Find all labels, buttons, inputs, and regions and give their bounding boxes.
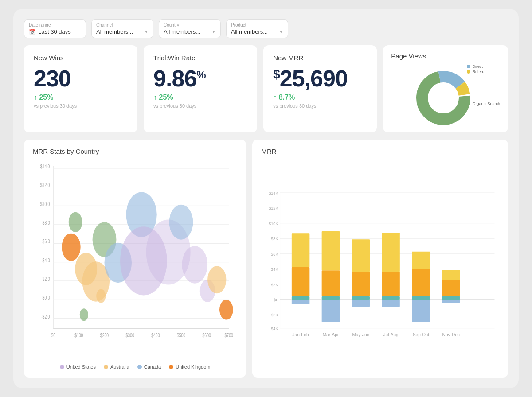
svg-text:May-Jun: May-Jun: [352, 332, 370, 337]
svg-rect-83: [382, 272, 400, 296]
trial-percent: %: [196, 69, 205, 81]
svg-rect-76: [322, 231, 340, 270]
svg-text:$700: $700: [225, 332, 233, 338]
legend-us: United States: [60, 364, 96, 370]
bubble-chart-svg: $14.0 $12.0 $10.0 $8.0 $6.0 $4.0 $2.0 $0…: [33, 160, 237, 360]
svg-text:$6.0: $6.0: [43, 238, 50, 245]
uk-label: United Kingdom: [176, 364, 210, 370]
svg-text:$14.0: $14.0: [40, 163, 50, 169]
svg-rect-91: [442, 280, 460, 296]
direct-dot: [467, 65, 470, 68]
svg-rect-79: [352, 272, 370, 296]
ca-label: Canada: [144, 364, 161, 370]
svg-text:$12.0: $12.0: [40, 182, 50, 188]
product-label: Product: [231, 23, 283, 27]
legend-referral: Referral: [467, 70, 500, 74]
svg-text:$14K: $14K: [269, 191, 278, 195]
new-mrr-change: ↑ 8.7%: [273, 93, 367, 101]
date-range-filter[interactable]: Date range 📅 Last 30 days: [24, 19, 86, 38]
svg-rect-75: [322, 270, 340, 296]
svg-text:$2.0: $2.0: [43, 276, 50, 282]
svg-text:$100: $100: [74, 332, 83, 338]
svg-text:$8.0: $8.0: [43, 219, 50, 226]
donut-wrap: Direct Referral Organic Search: [391, 63, 500, 125]
new-mrr-title: New MRR: [273, 54, 367, 62]
svg-point-42: [169, 205, 193, 240]
calendar-icon: 📅: [29, 29, 35, 35]
svg-text:$10.0: $10.0: [40, 201, 50, 207]
svg-rect-72: [292, 233, 309, 267]
legend-uk: United Kingdom: [169, 364, 210, 370]
svg-text:$4K: $4K: [271, 267, 278, 272]
svg-rect-87: [412, 269, 430, 296]
new-wins-change: ↑ 25%: [34, 93, 128, 101]
svg-text:$300: $300: [126, 332, 134, 338]
ca-dot: [137, 365, 142, 369]
chevron-down-icon: ▼: [144, 29, 149, 34]
page-views-card: Page Views Direct: [383, 45, 508, 132]
new-wins-value: 230: [34, 67, 128, 90]
svg-text:$600: $600: [203, 332, 211, 338]
svg-text:$4.0: $4.0: [43, 257, 50, 263]
legend-ca: Canada: [137, 364, 161, 370]
mrr-country-title: MRR Stats by Country: [33, 148, 237, 155]
channel-filter[interactable]: Channel All members... ▼: [91, 19, 153, 38]
kpi-row: New Wins 230 ↑ 25% vs previous 30 days T…: [24, 45, 508, 132]
svg-text:$500: $500: [177, 332, 185, 338]
au-label: Australia: [110, 364, 129, 370]
svg-point-34: [69, 212, 82, 232]
donut-legend: Direct Referral Organic Search: [467, 64, 500, 106]
trial-win-rate-value: 9.86%: [153, 67, 247, 90]
dashboard: Date range 📅 Last 30 days Channel All me…: [13, 9, 519, 388]
organic-label: Organic Search: [472, 101, 500, 106]
svg-text:$0: $0: [274, 298, 278, 302]
svg-text:$200: $200: [100, 332, 109, 338]
filters-row: Date range 📅 Last 30 days Channel All me…: [24, 19, 508, 38]
uk-dot: [169, 365, 173, 369]
legend-direct: Direct: [467, 64, 500, 69]
product-filter[interactable]: Product All members... ▼: [226, 19, 288, 38]
referral-label: Referral: [472, 70, 486, 74]
mrr-chart-title: MRR: [261, 148, 499, 155]
svg-rect-73: [322, 300, 340, 322]
svg-rect-82: [382, 296, 400, 300]
country-label: Country: [164, 23, 216, 27]
us-dot: [60, 365, 64, 369]
svg-rect-84: [382, 233, 400, 272]
svg-rect-77: [352, 300, 370, 307]
svg-text:$8K: $8K: [271, 237, 278, 241]
svg-rect-90: [442, 296, 460, 300]
referral-dot: [467, 70, 470, 74]
organic-dot: [467, 102, 470, 105]
svg-point-45: [207, 266, 226, 293]
new-mrr-sub: vs previous 30 days: [273, 103, 367, 109]
mrr-currency: $: [273, 67, 280, 81]
svg-text:Jul-Aug: Jul-Aug: [383, 332, 399, 337]
bar-sep-oct: [412, 252, 430, 322]
date-range-label: Date range: [29, 23, 81, 27]
svg-rect-71: [292, 267, 309, 296]
new-wins-card: New Wins 230 ↑ 25% vs previous 30 days: [24, 45, 137, 132]
svg-text:$400: $400: [151, 332, 160, 338]
svg-rect-85: [412, 300, 430, 322]
svg-text:Mar-Apr: Mar-Apr: [323, 332, 339, 337]
bar-mar-apr: [322, 231, 340, 322]
svg-point-47: [80, 308, 88, 321]
new-wins-sub: vs previous 30 days: [34, 103, 128, 109]
chevron-down-icon3: ▼: [279, 29, 283, 34]
mrr-number: 25,690: [280, 66, 348, 91]
trial-value-number: 9.86: [153, 66, 196, 91]
country-filter[interactable]: Country All members... ▼: [159, 19, 221, 38]
legend-organic: Organic Search: [467, 101, 500, 106]
svg-text:$0: $0: [51, 332, 55, 338]
svg-rect-78: [352, 296, 370, 300]
new-mrr-value: $25,690: [273, 67, 367, 90]
svg-text:Jan-Feb: Jan-Feb: [293, 332, 309, 337]
svg-rect-70: [292, 296, 309, 300]
bar-chart-svg: $14K $12K $10K $8K $6K $4K $2K $0: [261, 160, 499, 370]
trial-win-rate-title: Trial:Win Rate: [153, 54, 247, 62]
svg-text:-$2.0: -$2.0: [41, 313, 50, 319]
product-value: All members...: [231, 28, 268, 35]
channel-value: All members...: [96, 28, 133, 35]
svg-rect-69: [292, 300, 309, 304]
